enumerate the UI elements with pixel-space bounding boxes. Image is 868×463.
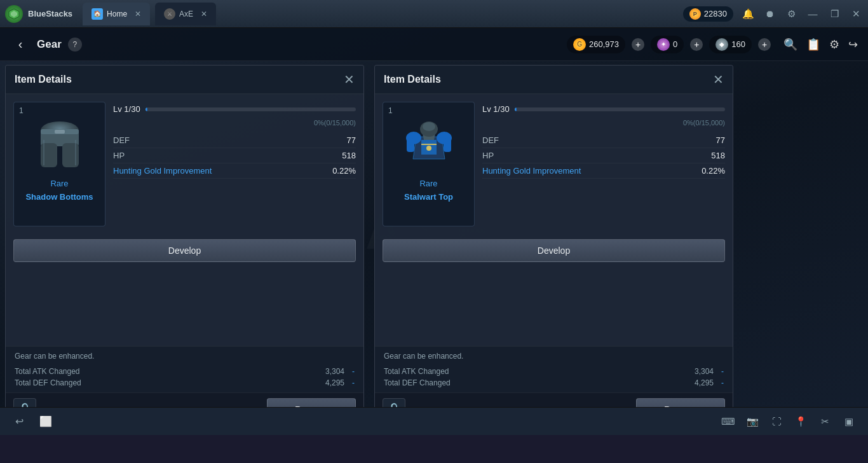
scissors-icon[interactable]: ✂ [816,413,834,431]
exit-icon[interactable]: ↪ [848,38,858,52]
location-icon[interactable]: 📍 [792,413,810,431]
left-stat-hunting-value: 0.22% [332,166,356,176]
home-nav-icon[interactable]: ⬜ [37,413,55,431]
right-atk-dash: - [721,367,724,376]
back-nav-icon[interactable]: ↩ [10,413,28,431]
right-panel-close[interactable]: ✕ [713,72,724,87]
back-button[interactable]: ‹ [10,34,31,55]
add-gold-button[interactable]: + [632,38,644,51]
right-stat-def: DEF 77 [482,133,725,148]
hud-bar: ‹ Gear ? G 260,973 + ✦ 0 + ◆ 160 + 🔍 📋 ⚙… [0,28,868,61]
tab-game-label: AxE [179,10,193,18]
right-level-row: Lv 1/30 [482,104,725,114]
settings-btn[interactable]: ⚙ [784,7,798,21]
right-stat-hunting-value: 0.22% [702,166,725,176]
svg-point-15 [426,146,431,151]
right-stat-hp-label: HP [482,151,494,160]
copy-icon[interactable]: ▣ [840,413,858,431]
gold-currency: G 260,973 [567,36,625,53]
camera-icon[interactable]: 📷 [743,413,761,431]
right-panel-body: 1 [375,94,733,234]
left-level-bar [146,107,356,111]
left-panel-body: 1 [6,94,363,234]
right-item-stats: Lv 1/30 0%(0/15,000) DEF 77 HP 5 [482,102,725,226]
right-def-change-values: 4,295 - [688,378,724,387]
left-item-level-badge: 1 [19,106,24,115]
restore-btn[interactable]: ❐ [827,7,841,21]
minimize-btn[interactable]: — [806,7,820,21]
left-stat-hp: HP 518 [113,148,356,163]
tab-game[interactable]: ⚔ AxE ✕ [155,3,216,25]
right-level-pct: 0%(0/15,000) [683,119,725,127]
record-btn[interactable]: ⏺ [763,7,776,21]
crystal-currency: ✦ 0 [651,36,684,53]
home-tab-icon: 🏠 [92,8,103,20]
right-level-text: Lv 1/30 [482,104,510,114]
left-stat-hp-label: HP [113,151,125,160]
left-stat-def: DEF 77 [113,133,356,148]
left-def-change-row: Total DEF Changed 4,295 - [15,377,355,389]
left-def-change-values: 4,295 - [319,378,355,387]
gem-amount: 160 [731,39,745,49]
close-home-tab[interactable]: ✕ [135,10,141,18]
right-stat-hunting: Hunting Gold Improvement 0.22% [482,163,725,179]
add-gem-button[interactable]: + [758,38,771,51]
right-def-change-row: Total DEF Changed 4,295 - [384,377,724,389]
right-item-card: 1 [383,102,475,226]
left-atk-value: 3,304 [319,367,344,376]
book-icon[interactable]: 📋 [806,38,820,52]
left-item-name: Shadow Bottoms [25,192,93,202]
gem-currency: ◆ 160 [709,36,752,53]
left-item-card: 1 [13,102,105,226]
right-panel-footer: Gear can be enhanced. Total ATK Changed … [375,346,733,392]
coins-display: P 22830 [683,6,733,22]
right-item-level-badge: 1 [388,106,393,115]
left-atk-change-values: 3,304 - [319,367,355,376]
tab-home[interactable]: 🏠 Home ✕ [83,3,150,25]
left-def-dash: - [352,378,355,387]
left-atk-change-label: Total ATK Changed [15,367,80,376]
left-stat-def-label: DEF [113,135,130,145]
left-level-row: Lv 1/30 [113,104,356,114]
add-crystal-button[interactable]: + [690,38,703,51]
left-stat-hp-value: 518 [342,151,356,160]
svg-rect-5 [62,143,79,167]
left-enhance-text: Gear can be enhanced. [15,352,355,361]
gold-icon: G [573,38,586,51]
left-def-change-label: Total DEF Changed [15,378,81,387]
left-panel-title: Item Details [15,74,72,85]
left-atk-dash: - [352,367,355,376]
notification-btn[interactable]: 🔔 [741,7,755,21]
bottom-right-icons: ⌨ 📷 ⛶ 📍 ✂ ▣ [719,413,858,431]
right-atk-value: 3,304 [688,367,714,376]
coin-icon: P [689,8,701,20]
hud-action-icons: 🔍 📋 ⚙ ↪ [783,38,858,52]
close-game-tab[interactable]: ✕ [201,10,207,18]
left-panel-footer: Gear can be enhanced. Total ATK Changed … [6,346,363,392]
left-level-pct: 0%(0/15,000) [314,119,356,127]
right-item-panel: Item Details ✕ 1 [374,65,733,427]
right-enhance-text: Gear can be enhanced. [384,352,724,361]
search-icon[interactable]: 🔍 [783,38,797,52]
right-level-bar [515,107,725,111]
close-btn[interactable]: ✕ [849,7,863,21]
left-level-text: Lv 1/30 [113,104,140,114]
svg-rect-4 [41,143,57,167]
fullscreen-icon[interactable]: ⛶ [768,413,785,431]
left-develop-button[interactable]: Develop [13,239,356,262]
right-item-rarity: Rare [419,179,437,188]
title-bar-right: P 22830 🔔 ⏺ ⚙ — ❐ ✕ [683,6,863,22]
right-stat-hp-value: 518 [711,151,725,160]
keyboard-icon[interactable]: ⌨ [719,413,737,431]
right-panel-title: Item Details [384,74,441,85]
tab-home-label: Home [107,10,127,18]
right-develop-button[interactable]: Develop [383,239,725,262]
svg-rect-16 [407,138,414,152]
left-stat-hunting-label: Hunting Gold Improvement [113,166,212,176]
gear-settings-icon[interactable]: ⚙ [829,38,839,52]
title-bar: BlueStacks 🏠 Home ✕ ⚔ AxE ✕ P 22830 🔔 ⏺ … [0,0,868,28]
help-button[interactable]: ? [68,38,82,52]
right-item-name: Stalwart Top [404,192,453,202]
left-panel-close[interactable]: ✕ [344,72,355,87]
gem-icon: ◆ [715,38,728,51]
